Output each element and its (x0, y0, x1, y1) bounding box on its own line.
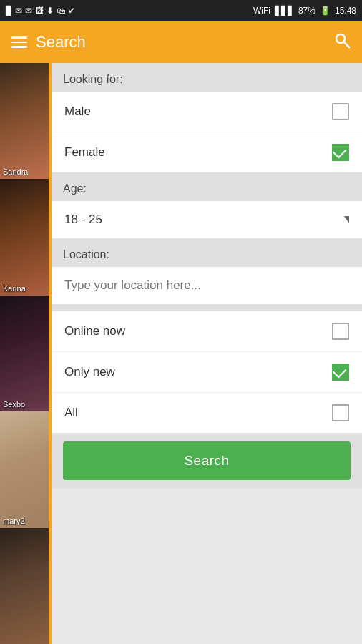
thumb-3[interactable]: Sexbo (0, 296, 52, 411)
battery-icon: 🔋 (320, 6, 331, 16)
thumb-5[interactable] (0, 528, 52, 644)
status-icons-left: ▊ ✉ ✉ 🖼 ⬇ 🛍 ✔ (6, 6, 75, 16)
thumb-2[interactable]: Karina (0, 179, 52, 295)
only-new-row[interactable]: Only new (52, 352, 362, 393)
status-bar: ▊ ✉ ✉ 🖼 ⬇ 🛍 ✔ WiFi ▋▋▋ 87% 🔋 15:48 (0, 0, 362, 21)
search-panel: Looking for: Male Female Age: 18 - 25 Lo… (52, 63, 362, 644)
thumb-3-label: Sexbo (3, 400, 25, 409)
thumb-2-label: Karina (3, 284, 26, 293)
thumb-2-image (0, 179, 52, 295)
all-checkbox[interactable] (332, 404, 349, 421)
check-icon: ✔ (68, 6, 75, 16)
filter-options-card: Online now Only new All (52, 311, 362, 433)
thumb-3-image (0, 296, 52, 411)
gender-options-card: Male Female (52, 92, 362, 172)
battery-level: 87% (298, 6, 315, 16)
search-icon-button[interactable] (333, 31, 351, 53)
search-button[interactable]: Search (63, 441, 351, 480)
thumb-5-image (0, 528, 52, 644)
thumb-4[interactable]: mary2 (0, 411, 52, 527)
hamburger-line (11, 42, 27, 44)
section-divider (52, 304, 362, 311)
hamburger-menu-button[interactable] (11, 36, 27, 48)
female-label: Female (64, 145, 105, 160)
image-icon: 🖼 (35, 6, 44, 16)
male-option-row[interactable]: Male (52, 92, 362, 132)
female-option-row[interactable]: Female (52, 132, 362, 172)
online-now-checkbox[interactable] (332, 323, 349, 340)
toolbar-title: Search (36, 33, 86, 52)
toolbar-left: Search (11, 33, 86, 52)
status-icons-right: WiFi ▋▋▋ 87% 🔋 15:48 (253, 6, 356, 16)
mail-icon-2: ✉ (25, 6, 32, 16)
female-checkbox[interactable] (332, 144, 349, 161)
thumb-1-label: Sandra (3, 167, 28, 176)
location-label: Location: (52, 238, 362, 267)
age-dropdown-arrow-icon (344, 216, 349, 223)
toolbar: Search (0, 21, 362, 63)
bag-icon: 🛍 (57, 6, 65, 16)
online-now-row[interactable]: Online now (52, 311, 362, 352)
wifi-icon: WiFi (253, 6, 270, 16)
signal-icon: ▊ (6, 6, 12, 16)
svg-line-1 (344, 42, 349, 47)
thumb-4-image (0, 411, 52, 527)
all-row[interactable]: All (52, 393, 362, 433)
background-thumbnails: Sandra Karina Sexbo mary2 (0, 63, 52, 644)
only-new-checkbox[interactable] (332, 364, 349, 381)
age-label: Age: (52, 172, 362, 201)
time-display: 15:48 (335, 6, 356, 16)
age-value: 18 - 25 (64, 213, 102, 227)
location-input[interactable] (52, 267, 362, 304)
search-button-wrap: Search (52, 433, 362, 489)
thumb-1-image (0, 63, 52, 179)
hamburger-line (11, 36, 27, 39)
male-label: Male (64, 104, 91, 119)
age-selector[interactable]: 18 - 25 (52, 201, 362, 238)
location-input-wrap (52, 267, 362, 304)
looking-for-label: Looking for: (52, 63, 362, 92)
hamburger-line (11, 46, 27, 48)
only-new-label: Only new (64, 365, 115, 379)
download-icon: ⬇ (47, 6, 54, 16)
thumb-1[interactable]: Sandra (0, 63, 52, 179)
signal-strength-icon: ▋▋▋ (275, 6, 294, 16)
mail-icon: ✉ (15, 6, 22, 16)
all-label: All (64, 406, 78, 420)
male-checkbox[interactable] (332, 103, 349, 120)
online-now-label: Online now (64, 324, 125, 338)
thumb-4-label: mary2 (3, 517, 25, 525)
